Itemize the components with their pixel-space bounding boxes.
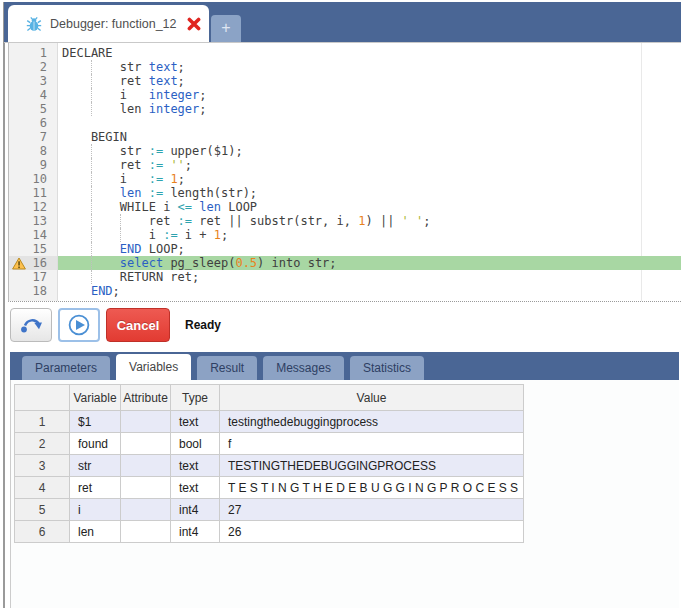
variable-row-found: 2foundboolf	[15, 433, 524, 455]
line-number-13[interactable]: 13	[9, 214, 57, 228]
line-number-11[interactable]: 11	[9, 186, 57, 200]
code-line-7[interactable]: BEGIN	[58, 130, 681, 144]
code-line-4[interactable]: i integer;	[58, 88, 681, 102]
tab-messages[interactable]: Messages	[263, 356, 344, 380]
indent-guide	[91, 102, 92, 116]
line-number-9[interactable]: 9	[9, 158, 57, 172]
variable-row-ret: 4rettextT E S T I N G T H E D E B U G G …	[15, 477, 524, 499]
indent-guide	[91, 186, 92, 200]
indent-guide	[91, 172, 92, 186]
cell-type[interactable]: bool	[171, 433, 220, 455]
code-line-11[interactable]: len := length(str);	[58, 186, 681, 200]
line-number-14[interactable]: 14	[9, 228, 57, 242]
debugger-tabbar: Debugger: function_12 +	[4, 2, 681, 42]
tab-parameters[interactable]: Parameters	[22, 356, 110, 380]
cell-attribute[interactable]	[121, 499, 171, 521]
code-line-17[interactable]: RETURN ret;	[58, 270, 681, 284]
cell-value[interactable]: TESTINGTHEDEBUGGINGPROCESS	[220, 455, 524, 477]
row-number[interactable]: 2	[15, 433, 70, 455]
line-number-6[interactable]: 6	[9, 116, 57, 130]
code-line-9[interactable]: ret := '';	[58, 158, 681, 172]
cell-type[interactable]: int4	[171, 499, 220, 521]
cell-attribute[interactable]	[121, 433, 171, 455]
line-number-12[interactable]: 12	[9, 200, 57, 214]
code-line-8[interactable]: str := upper($1);	[58, 144, 681, 158]
tab-statistics[interactable]: Statistics	[350, 356, 424, 380]
code-line-15[interactable]: END LOOP;	[58, 242, 681, 256]
cell-variable[interactable]: found	[70, 433, 121, 455]
cancel-button[interactable]: Cancel	[106, 308, 170, 342]
cell-variable[interactable]: i	[70, 499, 121, 521]
cell-value[interactable]: testingthedebuggingprocess	[220, 411, 524, 433]
variable-row-len: 6lenint426	[15, 521, 524, 543]
status-text: Ready	[185, 318, 221, 332]
cell-value[interactable]: f	[220, 433, 524, 455]
cell-attribute[interactable]	[121, 411, 171, 433]
new-tab-button[interactable]: +	[211, 15, 241, 42]
row-number[interactable]: 4	[15, 477, 70, 499]
row-number[interactable]: 5	[15, 499, 70, 521]
cell-variable[interactable]: str	[70, 455, 121, 477]
line-number-2[interactable]: 2	[9, 60, 57, 74]
cell-type[interactable]: text	[171, 477, 220, 499]
code-line-13[interactable]: ret := ret || substr(str, i, 1) || ' ';	[58, 214, 681, 228]
indent-guide	[91, 60, 92, 74]
line-number-16[interactable]: 16	[9, 256, 57, 270]
bug-icon	[26, 16, 42, 32]
tab-title: Debugger: function_12	[50, 17, 187, 31]
tab-debugger-function-12[interactable]: Debugger: function_12	[8, 5, 209, 42]
cell-attribute[interactable]	[121, 521, 171, 543]
col-header-variable: Variable	[70, 385, 121, 411]
warning-icon	[12, 257, 26, 270]
row-number[interactable]: 3	[15, 455, 70, 477]
code-line-14[interactable]: i := i + 1;	[58, 228, 681, 242]
tab-result[interactable]: Result	[197, 356, 257, 380]
cell-type[interactable]: text	[171, 411, 220, 433]
cell-variable[interactable]: $1	[70, 411, 121, 433]
line-number-10[interactable]: 10	[9, 172, 57, 186]
cell-type[interactable]: int4	[171, 521, 220, 543]
line-number-7[interactable]: 7	[9, 130, 57, 144]
variable-row-i: 5iint427	[15, 499, 524, 521]
tab-variables[interactable]: Variables	[116, 354, 191, 380]
line-number-15[interactable]: 15	[9, 242, 57, 256]
code-line-16[interactable]: select pg_sleep(0.5) into str;	[58, 256, 681, 270]
editor-gutter: 123456789101112131415 161718	[9, 43, 58, 301]
close-icon[interactable]	[187, 17, 201, 31]
variables-body: 1$1texttestingthedebuggingprocess2foundb…	[15, 411, 524, 543]
indent-guide	[91, 214, 92, 228]
code-line-2[interactable]: str text;	[58, 60, 681, 74]
cell-type[interactable]: text	[171, 455, 220, 477]
code-line-6[interactable]	[58, 116, 681, 130]
code-line-3[interactable]: ret text;	[58, 74, 681, 88]
line-number-17[interactable]: 17	[9, 270, 57, 284]
row-number[interactable]: 1	[15, 411, 70, 433]
line-number-18[interactable]: 18	[9, 284, 57, 298]
code-line-12[interactable]: WHILE i <= len LOOP	[58, 200, 681, 214]
indent-guide	[91, 242, 92, 256]
line-number-1[interactable]: 1	[9, 46, 57, 60]
col-header-value: Value	[220, 385, 524, 411]
line-number-3[interactable]: 3	[9, 74, 57, 88]
line-number-5[interactable]: 5	[9, 102, 57, 116]
cell-variable[interactable]: ret	[70, 477, 121, 499]
cell-attribute[interactable]	[121, 455, 171, 477]
code-line-5[interactable]: len integer;	[58, 102, 681, 116]
indent-guide	[91, 158, 92, 172]
line-number-8[interactable]: 8	[9, 144, 57, 158]
code-editor[interactable]: 123456789101112131415 161718 DECLARE str…	[8, 43, 681, 302]
line-number-4[interactable]: 4	[9, 88, 57, 102]
bottom-tabbar: ParametersVariablesResultMessagesStatist…	[10, 352, 679, 380]
cell-value[interactable]: T E S T I N G T H E D E B U G G I N G P …	[220, 477, 524, 499]
cell-variable[interactable]: len	[70, 521, 121, 543]
row-number[interactable]: 6	[15, 521, 70, 543]
indent-guide	[91, 88, 92, 102]
cell-value[interactable]: 27	[220, 499, 524, 521]
code-line-10[interactable]: i := 1;	[58, 172, 681, 186]
cell-attribute[interactable]	[121, 477, 171, 499]
code-line-1[interactable]: DECLARE	[58, 46, 681, 60]
step-over-button[interactable]	[10, 308, 52, 342]
code-line-18[interactable]: END;	[58, 284, 681, 298]
continue-button[interactable]	[58, 308, 100, 342]
cell-value[interactable]: 26	[220, 521, 524, 543]
